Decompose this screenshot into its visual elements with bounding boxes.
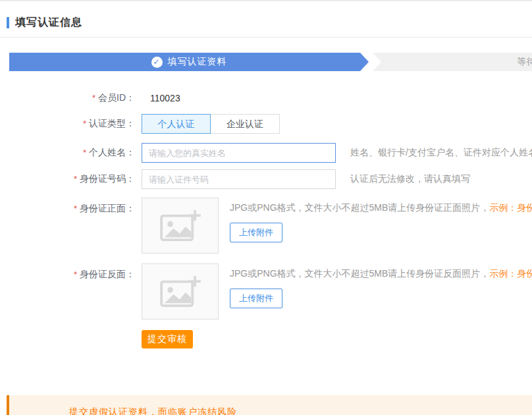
id-front-example-link[interactable]: 示例：身份证正面.png xyxy=(489,202,532,213)
id-back-example-link[interactable]: 示例：身份证反面.png xyxy=(489,268,532,279)
auth-type-row: *认证类型： 个人认证 企业认证 xyxy=(0,114,532,134)
required-mark: * xyxy=(83,119,86,128)
id-front-upload-box[interactable] xyxy=(142,198,219,254)
id-number-row: *身份证号码： 认证后无法修改，请认真填写 xyxy=(0,169,532,189)
verification-page: 填写认证信息 ✓ 填写认证资料 等待审核 *会员ID： 110023 *认证类型… xyxy=(0,0,532,415)
id-back-upload-button[interactable]: 上传附件 xyxy=(230,289,282,308)
required-mark: * xyxy=(92,93,95,103)
auth-type-label: *认证类型： xyxy=(0,118,135,130)
step-next-wait-review: 等待审核 xyxy=(373,53,532,71)
member-id-value: 110023 xyxy=(150,93,180,103)
image-placeholder-icon xyxy=(160,275,201,308)
id-number-label: *身份证号码： xyxy=(0,173,135,185)
page-header: 填写认证信息 xyxy=(7,16,532,29)
id-number-input[interactable] xyxy=(142,169,336,189)
id-back-row: *身份证反面： JPG或PNG格式，文件大小不超过5MB请上传身份证反面照片，示… xyxy=(0,263,532,319)
tab-personal-auth[interactable]: 个人认证 xyxy=(142,114,211,134)
verification-form: *会员ID： 110023 *认证类型： 个人认证 企业认证 *个人姓名： 姓名… xyxy=(0,92,532,348)
required-mark: * xyxy=(74,174,77,184)
id-back-upload-box[interactable] xyxy=(142,263,219,319)
id-front-hint: JPG或PNG格式，文件大小不超过5MB请上传身份证正面照片，示例：身份证正面.… xyxy=(230,202,532,214)
step-current-fill-auth-info: ✓ 填写认证资料 xyxy=(9,53,369,71)
real-name-row: *个人姓名： 姓名、银行卡/支付宝户名、证件对应个人姓名必须一致 xyxy=(0,143,532,163)
member-id-label: *会员ID： xyxy=(0,92,135,104)
submit-review-button[interactable]: 提交审核 xyxy=(142,330,193,348)
image-placeholder-icon xyxy=(160,209,201,242)
check-icon: ✓ xyxy=(151,57,163,68)
real-name-label: *个人姓名： xyxy=(0,147,135,159)
tab-enterprise-auth[interactable]: 企业认证 xyxy=(211,114,280,134)
required-mark: * xyxy=(83,148,86,157)
warning-text: 提交虚假认证资料，面临账户冻结风险 xyxy=(69,406,237,415)
step-progress-bar: ✓ 填写认证资料 等待审核 xyxy=(9,53,532,71)
id-back-label: *身份证反面： xyxy=(0,269,135,281)
real-name-input[interactable] xyxy=(142,143,336,163)
submit-row: 提交审核 xyxy=(0,330,532,348)
required-mark: * xyxy=(74,269,77,279)
header-divider xyxy=(0,37,532,38)
step-current-label: 填写认证资料 xyxy=(168,56,227,68)
id-front-label: *身份证正面： xyxy=(0,203,135,215)
id-front-upload-button[interactable]: 上传附件 xyxy=(230,223,282,242)
id-back-hint: JPG或PNG格式，文件大小不超过5MB请上传身份证反面照片，示例：身份证反面.… xyxy=(230,268,532,280)
id-front-row: *身份证正面： JPG或PNG格式，文件大小不超过5MB请上传身份证正面照片，示… xyxy=(0,198,532,254)
step-next-label: 等待审核 xyxy=(517,56,532,68)
real-name-hint: 姓名、银行卡/支付宝户名、证件对应个人姓名必须一致 xyxy=(350,147,532,159)
page-title: 填写认证信息 xyxy=(15,16,82,30)
required-mark: * xyxy=(74,204,77,213)
member-id-row: *会员ID： 110023 xyxy=(0,92,532,105)
title-accent-bar xyxy=(7,17,9,28)
warning-banner: 提交虚假认证资料，面临账户冻结风险 xyxy=(7,395,532,415)
id-number-hint: 认证后无法修改，请认真填写 xyxy=(350,173,470,185)
